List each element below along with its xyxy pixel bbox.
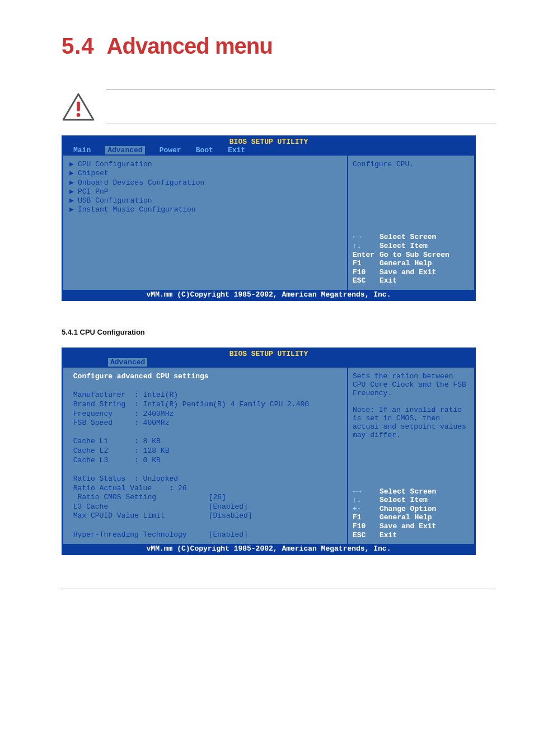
- caret-icon: ▶: [69, 169, 74, 178]
- caret-icon: ▶: [69, 196, 74, 205]
- svg-rect-1: [77, 101, 80, 111]
- caret-icon: ▶: [69, 179, 74, 187]
- warning-icon: [62, 93, 95, 121]
- tab-advanced[interactable]: Advanced: [108, 358, 147, 367]
- bios-tabs: Advanced: [63, 358, 474, 368]
- menu-pci-pnp[interactable]: ▶PCI PnP: [69, 187, 341, 196]
- key-lr-icon: ←→: [353, 487, 380, 496]
- tab-main[interactable]: Main: [73, 146, 91, 154]
- key-esc: ESC: [353, 531, 380, 540]
- help-keys: ←→Select Screen ↑↓Select Item EnterGo to…: [353, 233, 470, 285]
- key-f10: F10: [353, 268, 380, 277]
- tab-advanced[interactable]: Advanced: [105, 146, 144, 154]
- bios-title: BIOS SETUP UTILITY: [63, 349, 474, 358]
- menu-usb-configuration[interactable]: ▶USB Configuration: [69, 196, 341, 205]
- key-ud-icon: ↑↓: [353, 242, 380, 251]
- heading-number: 5.4: [62, 34, 95, 58]
- help-text: Sets the ration between CPU Core Clock a…: [353, 372, 470, 439]
- caution-text: [106, 90, 495, 124]
- tab-exit[interactable]: Exit: [228, 146, 245, 154]
- key-lr-icon: ←→: [353, 233, 380, 242]
- key-enter: Enter: [353, 251, 380, 260]
- subsection-heading: 5.4.1 CPU Configuration: [62, 328, 495, 336]
- menu-onboard-devices[interactable]: ▶Onboard Devices Configuration: [69, 179, 341, 187]
- heading-title: Advanced menu: [107, 34, 273, 58]
- bios-advanced-menu: BIOS SETUP UTILITY Main Advanced Power B…: [62, 135, 476, 301]
- bios-tabs: Main Advanced Power Boot Exit: [63, 146, 474, 156]
- cpu-settings-panel: Configure advanced CPU settings Manufact…: [63, 368, 348, 544]
- bios-title: BIOS SETUP UTILITY: [63, 137, 474, 146]
- menu-cpu-configuration[interactable]: ▶CPU Configuration: [69, 160, 341, 169]
- tab-boot[interactable]: Boot: [196, 146, 213, 154]
- caret-icon: ▶: [69, 187, 74, 196]
- svg-point-2: [77, 113, 81, 117]
- caret-icon: ▶: [69, 205, 74, 214]
- key-ud-icon: ↑↓: [353, 496, 380, 505]
- key-f1: F1: [353, 513, 380, 522]
- help-text: Configure CPU.: [353, 160, 470, 168]
- bios-cpu-configuration: BIOS SETUP UTILITY Advanced Configure ad…: [62, 348, 476, 555]
- caret-icon: ▶: [69, 160, 74, 169]
- tab-power[interactable]: Power: [160, 146, 181, 154]
- key-f1: F1: [353, 259, 380, 268]
- bios-footer: vMM.mm (C)Copyright 1985-2002, American …: [63, 544, 474, 553]
- bios-footer: vMM.mm (C)Copyright 1985-2002, American …: [63, 290, 474, 299]
- key-f10: F10: [353, 522, 380, 531]
- page-heading: 5.4Advanced menu: [62, 34, 495, 59]
- menu-chipset[interactable]: ▶Chipset: [69, 169, 341, 178]
- caution-block: [62, 90, 495, 124]
- help-keys: ←→Select Screen ↑↓Select Item +-Change O…: [353, 487, 470, 540]
- bios-menu-list: ▶CPU Configuration ▶Chipset ▶Onboard Dev…: [63, 156, 348, 290]
- menu-instant-music[interactable]: ▶Instant Music Configuration: [69, 205, 341, 214]
- key-plusminus: +-: [353, 505, 380, 514]
- page-footer-rule: [62, 589, 495, 589]
- key-esc: ESC: [353, 276, 380, 285]
